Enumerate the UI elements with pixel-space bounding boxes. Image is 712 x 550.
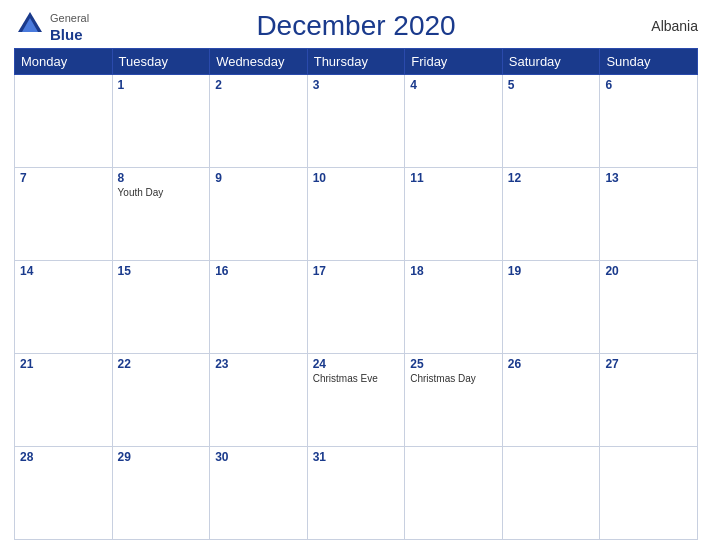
day-number: 22	[118, 357, 205, 371]
day-headers-row: Monday Tuesday Wednesday Thursday Friday…	[15, 49, 698, 75]
day-cell: 16	[210, 261, 308, 354]
logo-blue: Blue	[50, 26, 89, 44]
calendar-wrapper: General Blue December 2020 Albania Monda…	[0, 0, 712, 550]
day-number: 11	[410, 171, 497, 185]
day-number: 6	[605, 78, 692, 92]
day-cell	[405, 447, 503, 540]
day-cell: 12	[502, 168, 600, 261]
day-cell: 9	[210, 168, 308, 261]
event-label: Christmas Eve	[313, 373, 400, 384]
day-cell: 26	[502, 354, 600, 447]
day-number: 8	[118, 171, 205, 185]
day-cell: 27	[600, 354, 698, 447]
day-cell: 25Christmas Day	[405, 354, 503, 447]
day-cell: 6	[600, 75, 698, 168]
day-number: 24	[313, 357, 400, 371]
day-number: 29	[118, 450, 205, 464]
event-label: Christmas Day	[410, 373, 497, 384]
day-cell: 14	[15, 261, 113, 354]
day-number: 27	[605, 357, 692, 371]
day-cell: 5	[502, 75, 600, 168]
day-number: 16	[215, 264, 302, 278]
day-number: 18	[410, 264, 497, 278]
day-number: 21	[20, 357, 107, 371]
day-cell: 31	[307, 447, 405, 540]
day-cell: 7	[15, 168, 113, 261]
day-cell: 8Youth Day	[112, 168, 210, 261]
day-number: 4	[410, 78, 497, 92]
month-title: December 2020	[256, 10, 455, 42]
day-number: 14	[20, 264, 107, 278]
day-number: 20	[605, 264, 692, 278]
day-number: 31	[313, 450, 400, 464]
day-number: 13	[605, 171, 692, 185]
day-number: 23	[215, 357, 302, 371]
week-row-2: 14151617181920	[15, 261, 698, 354]
day-cell: 11	[405, 168, 503, 261]
day-number: 3	[313, 78, 400, 92]
day-cell	[15, 75, 113, 168]
logo-general: General	[50, 12, 89, 25]
col-tuesday: Tuesday	[112, 49, 210, 75]
day-cell: 17	[307, 261, 405, 354]
day-cell: 10	[307, 168, 405, 261]
day-number: 28	[20, 450, 107, 464]
col-wednesday: Wednesday	[210, 49, 308, 75]
day-number: 7	[20, 171, 107, 185]
day-number: 15	[118, 264, 205, 278]
col-friday: Friday	[405, 49, 503, 75]
day-cell	[600, 447, 698, 540]
day-number: 26	[508, 357, 595, 371]
week-row-0: 123456	[15, 75, 698, 168]
country-label: Albania	[651, 18, 698, 34]
day-cell: 21	[15, 354, 113, 447]
day-cell: 24Christmas Eve	[307, 354, 405, 447]
logo-icon	[14, 10, 46, 46]
col-thursday: Thursday	[307, 49, 405, 75]
logo: General Blue	[14, 10, 89, 46]
day-number: 17	[313, 264, 400, 278]
logo-texts: General Blue	[50, 12, 89, 43]
day-number: 1	[118, 78, 205, 92]
day-cell: 13	[600, 168, 698, 261]
col-sunday: Sunday	[600, 49, 698, 75]
day-cell: 1	[112, 75, 210, 168]
day-cell: 19	[502, 261, 600, 354]
day-number: 5	[508, 78, 595, 92]
day-cell: 30	[210, 447, 308, 540]
day-number: 10	[313, 171, 400, 185]
event-label: Youth Day	[118, 187, 205, 198]
day-number: 25	[410, 357, 497, 371]
day-number: 9	[215, 171, 302, 185]
day-number: 19	[508, 264, 595, 278]
day-cell: 4	[405, 75, 503, 168]
day-cell	[502, 447, 600, 540]
day-number: 12	[508, 171, 595, 185]
calendar-header: General Blue December 2020 Albania	[14, 10, 698, 42]
week-row-3: 21222324Christmas Eve25Christmas Day2627	[15, 354, 698, 447]
day-cell: 2	[210, 75, 308, 168]
col-saturday: Saturday	[502, 49, 600, 75]
day-cell: 23	[210, 354, 308, 447]
day-cell: 29	[112, 447, 210, 540]
week-row-4: 28293031	[15, 447, 698, 540]
day-cell: 20	[600, 261, 698, 354]
day-cell: 28	[15, 447, 113, 540]
day-cell: 22	[112, 354, 210, 447]
day-cell: 18	[405, 261, 503, 354]
day-cell: 15	[112, 261, 210, 354]
col-monday: Monday	[15, 49, 113, 75]
week-row-1: 78Youth Day910111213	[15, 168, 698, 261]
day-number: 30	[215, 450, 302, 464]
day-cell: 3	[307, 75, 405, 168]
day-number: 2	[215, 78, 302, 92]
calendar-table: Monday Tuesday Wednesday Thursday Friday…	[14, 48, 698, 540]
